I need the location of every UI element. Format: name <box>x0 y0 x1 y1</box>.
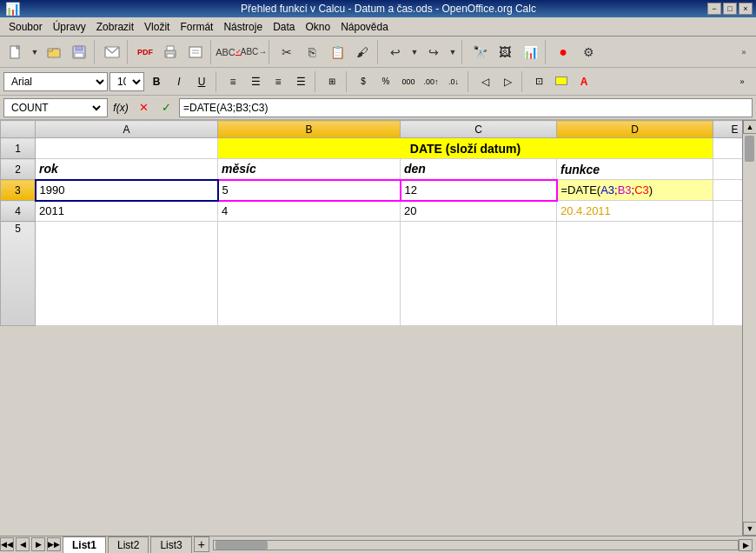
menu-nastroje[interactable]: Nástroje <box>218 19 268 35</box>
dropdown-new[interactable]: ▼ <box>29 40 41 64</box>
tab-nav-next[interactable]: ▶ <box>31 537 45 551</box>
font-color[interactable]: A <box>574 71 594 92</box>
pdf-button[interactable]: PDF <box>133 40 157 64</box>
col-header-a[interactable]: A <box>36 121 218 138</box>
cell-b2[interactable]: měsíc <box>218 159 401 180</box>
col-header-c[interactable]: C <box>401 121 557 138</box>
dropdown-undo[interactable]: ▼ <box>408 40 421 64</box>
autocorrect-button[interactable]: ABC→ <box>242 40 266 64</box>
vertical-scrollbar[interactable]: ▲ ▼ <box>742 120 756 536</box>
scroll-thumb-v[interactable] <box>745 136 754 162</box>
italic-button[interactable]: I <box>169 71 189 92</box>
format-expand[interactable]: » <box>732 71 753 92</box>
cell-b4[interactable]: 4 <box>218 201 401 222</box>
horizontal-scrollbar[interactable] <box>213 540 739 550</box>
scroll-track-v[interactable] <box>743 134 756 522</box>
currency[interactable]: $ <box>353 71 374 92</box>
open-button[interactable] <box>42 40 66 64</box>
justify[interactable]: ☰ <box>290 71 311 92</box>
cell-c3[interactable]: 12 <box>401 180 557 201</box>
menu-okno[interactable]: Okno <box>300 19 335 35</box>
font-size-select[interactable]: 10 <box>109 72 144 91</box>
cell-e4[interactable] <box>713 201 743 222</box>
cell-a5[interactable] <box>36 222 218 326</box>
col-header-b[interactable]: B <box>218 121 401 138</box>
bold-button[interactable]: B <box>146 71 167 92</box>
dropdown-redo[interactable]: ▼ <box>447 40 459 64</box>
menu-zobrazit[interactable]: Zobrazit <box>91 19 139 35</box>
cell-d2[interactable]: funkce <box>557 159 713 180</box>
format-painter[interactable]: 🖌 <box>350 40 375 64</box>
cell-a3[interactable]: 1990 <box>36 180 218 201</box>
new-button[interactable] <box>3 40 28 64</box>
cut-button[interactable]: ✂ <box>275 40 299 64</box>
name-box[interactable]: COUNT <box>3 98 108 117</box>
cell-b3[interactable]: 5 <box>218 180 401 201</box>
cell-e3[interactable] <box>713 180 743 201</box>
formula-input[interactable] <box>179 98 753 117</box>
undo-button[interactable]: ↩ <box>383 40 408 64</box>
settings-button[interactable]: ⚙ <box>576 40 600 64</box>
save-button[interactable] <box>67 40 91 64</box>
cell-a2[interactable]: rok <box>36 159 218 180</box>
menu-upravy[interactable]: Úpravy <box>48 19 91 35</box>
increase-indent[interactable]: ▷ <box>497 71 518 92</box>
decrease-decimal[interactable]: .0↓ <box>443 71 464 92</box>
navigator-button[interactable]: 🔭 <box>468 40 492 64</box>
col-header-e[interactable]: E <box>713 121 743 138</box>
paste-button[interactable]: 📋 <box>325 40 349 64</box>
fx-button[interactable]: f(x) <box>111 98 130 117</box>
tab-nav-prev[interactable]: ◀ <box>16 537 30 551</box>
scroll-thumb-h[interactable] <box>216 541 268 550</box>
tab-list3[interactable]: List3 <box>150 536 191 554</box>
align-left[interactable]: ≡ <box>222 71 243 92</box>
menu-vlozit[interactable]: Vložit <box>139 19 175 35</box>
decrease-indent[interactable]: ◁ <box>474 71 495 92</box>
menu-napoveda[interactable]: Nápověda <box>335 19 394 35</box>
copy-button[interactable]: ⎘ <box>300 40 324 64</box>
font-name-select[interactable]: Arial <box>3 72 108 91</box>
cell-e5[interactable] <box>713 222 743 326</box>
underline-button[interactable]: U <box>191 71 212 92</box>
print-button[interactable] <box>158 40 182 64</box>
align-right[interactable]: ≡ <box>268 71 288 92</box>
scroll-up[interactable]: ▲ <box>743 120 756 134</box>
add-sheet-button[interactable]: + <box>194 536 209 552</box>
scroll-down[interactable]: ▼ <box>743 522 756 536</box>
bg-color[interactable] <box>551 71 572 92</box>
increase-decimal[interactable]: .00↑ <box>421 71 441 92</box>
cell-d5[interactable] <box>557 222 713 326</box>
confirm-formula-button[interactable]: ✓ <box>156 98 176 117</box>
redo-button[interactable]: ↪ <box>421 40 446 64</box>
thousands[interactable]: 000 <box>398 71 419 92</box>
cell-c5[interactable] <box>401 222 557 326</box>
maximize-button[interactable]: □ <box>723 3 737 15</box>
menu-data[interactable]: Data <box>268 19 300 35</box>
cell-c4[interactable]: 20 <box>401 201 557 222</box>
cancel-formula-button[interactable]: ✕ <box>134 98 153 117</box>
preview-button[interactable] <box>183 40 208 64</box>
cell-e1[interactable] <box>713 138 743 159</box>
cell-a1[interactable] <box>36 138 218 159</box>
cell-a4[interactable]: 2011 <box>36 201 218 222</box>
col-header-d[interactable]: D <box>557 121 713 138</box>
datasource-button[interactable]: 📊 <box>518 40 542 64</box>
name-box-select[interactable]: COUNT <box>8 101 103 115</box>
percent[interactable]: % <box>375 71 396 92</box>
cell-b5[interactable] <box>218 222 401 326</box>
cell-d3[interactable]: =DATE(A3;B3;C3) <box>557 180 713 201</box>
close-button[interactable]: × <box>739 3 753 15</box>
tab-nav-last[interactable]: ▶▶ <box>47 537 61 551</box>
merge-cells[interactable]: ⊞ <box>322 71 342 92</box>
red-circle-button[interactable]: ● <box>551 40 575 64</box>
toolbar-expand[interactable]: » <box>735 40 753 64</box>
align-center[interactable]: ☰ <box>245 71 266 92</box>
border-button[interactable]: ⊡ <box>528 71 549 92</box>
tab-list1[interactable]: List1 <box>63 536 106 554</box>
minimize-button[interactable]: − <box>707 3 721 15</box>
cell-c2[interactable]: den <box>401 159 557 180</box>
email-button[interactable] <box>100 40 124 64</box>
cell-b1-merged[interactable]: DATE (složí datum) <box>218 138 713 159</box>
gallery-button[interactable]: 🖼 <box>493 40 517 64</box>
spellcheck-button[interactable]: ABC✓ <box>216 40 241 64</box>
